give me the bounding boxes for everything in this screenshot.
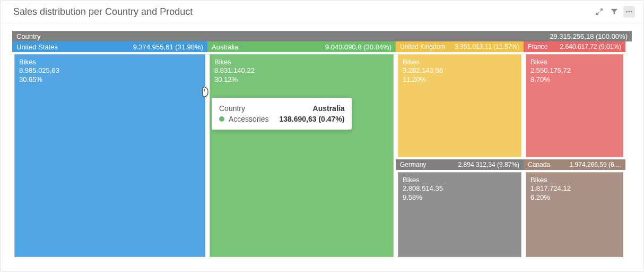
tooltip-product-label: Accessories — [229, 115, 268, 123]
svg-point-1 — [629, 11, 630, 13]
root-total: 29.315.256,18 (100.00%) — [550, 32, 628, 40]
country-group-uk[interactable]: United Kingdom 3.391.013,11 (11.57%) Bik… — [396, 41, 524, 159]
filter-button[interactable] — [608, 6, 620, 18]
svg-point-0 — [626, 11, 628, 13]
expand-icon — [596, 8, 603, 15]
tooltip: Country Australia Accessories 138.690,63… — [212, 98, 352, 130]
country-body-au: Bikes 8.831.140,22 30.12% — [207, 52, 396, 259]
country-header-uk[interactable]: United Kingdom 3.391.013,11 (11.57%) — [396, 41, 524, 52]
product-pct: 8.70% — [530, 75, 619, 84]
country-group-us[interactable]: United States 9.374.955,61 (31.98%) Bike… — [12, 41, 207, 259]
product-name: Bikes — [19, 58, 201, 66]
product-pct: 30.65% — [19, 75, 201, 84]
svg-point-2 — [631, 11, 632, 13]
country-body-uk: Bikes 3.282.143,56 11.20% — [396, 52, 524, 159]
product-name: Bikes — [403, 58, 517, 66]
country-body-de: Bikes 2.808.514,35 9.58% — [396, 170, 524, 259]
chart-area[interactable]: Country 29.315.256,18 (100.00%) United S… — [1, 23, 643, 271]
product-cell-us-bikes[interactable]: Bikes 8.985.025,63 30.65% — [14, 54, 205, 257]
product-name: Bikes — [214, 58, 389, 66]
country-group-ca[interactable]: Canada 1.974.266,59 (6.... Bikes 1.817.7… — [524, 159, 625, 259]
country-name: France — [528, 43, 547, 50]
more-button[interactable] — [623, 6, 635, 18]
tooltip-row-dimension: Country Australia — [219, 103, 344, 114]
country-value: 1.974.266,59 (6.... — [570, 161, 621, 168]
country-body-ca: Bikes 1.817.724,12 6.20% — [524, 170, 625, 259]
country-group-fr[interactable]: France 2.640.617,72 (9.01%) Bikes 2.550.… — [524, 41, 625, 159]
country-header-fr[interactable]: France 2.640.617,72 (9.01%) — [524, 41, 625, 52]
chart-card: Sales distribution per Country and Produ… — [0, 0, 644, 272]
country-group-au[interactable]: Australia 9.040.090,8 (30.84%) Bikes 8.8… — [207, 41, 396, 259]
country-name: Australia — [212, 43, 239, 51]
product-cell-de-bikes[interactable]: Bikes 2.808.514,35 9.58% — [398, 172, 521, 257]
country-value: 3.391.013,11 (11.57%) — [455, 43, 519, 50]
tooltip-row-measure: Accessories 138.690,63 (0.47%) — [219, 114, 344, 124]
country-value: 2.894.312,34 (9.87%) — [458, 161, 519, 168]
tooltip-product-value: 138.690,63 (0.47%) — [279, 115, 344, 123]
country-header-ca[interactable]: Canada 1.974.266,59 (6.... — [524, 159, 625, 170]
product-value: 8.831.140,22 — [214, 66, 389, 75]
product-pct: 11.20% — [403, 75, 517, 84]
country-body-fr: Bikes 2.550.175,72 8.70% — [524, 52, 625, 159]
product-pct: 30.12% — [214, 75, 389, 84]
product-cell-au-bikes[interactable]: Bikes 8.831.140,22 30.12% — [210, 54, 394, 257]
product-name: Bikes — [403, 176, 517, 184]
product-cell-ca-bikes[interactable]: Bikes 1.817.724,12 6.20% — [526, 172, 623, 257]
product-value: 1.817.724,12 — [530, 184, 619, 193]
more-icon — [625, 8, 633, 15]
tooltip-color-dot — [219, 116, 224, 122]
product-name: Bikes — [530, 58, 619, 66]
product-value: 2.550.175,72 — [530, 66, 619, 75]
country-name: Germany — [400, 161, 426, 168]
country-name: Canada — [528, 161, 550, 168]
product-value: 8.985.025,63 — [19, 66, 201, 75]
product-value: 3.282.143,56 — [403, 66, 517, 75]
country-header-de[interactable]: Germany 2.894.312,34 (9.87%) — [396, 159, 524, 170]
country-value: 2.640.617,72 (9.01%) — [560, 43, 621, 50]
product-pct: 9.58% — [403, 193, 517, 202]
card-actions — [594, 6, 635, 18]
country-value: 9.040.090,8 (30.84%) — [325, 43, 391, 51]
treemap: Country 29.315.256,18 (100.00%) United S… — [12, 31, 632, 260]
expand-button[interactable] — [594, 6, 605, 18]
product-cell-fr-bikes[interactable]: Bikes 2.550.175,72 8.70% — [526, 54, 623, 157]
country-value: 9.374.955,61 (31.98%) — [133, 43, 203, 51]
treemap-root-header[interactable]: Country 29.315.256,18 (100.00%) — [12, 31, 632, 41]
card-title: Sales distribution per Country and Produ… — [13, 6, 193, 18]
country-name: United Kingdom — [400, 43, 445, 50]
country-header-au[interactable]: Australia 9.040.090,8 (30.84%) — [207, 41, 396, 52]
country-header-us[interactable]: United States 9.374.955,61 (31.98%) — [12, 41, 207, 52]
tooltip-dim-label: Country — [219, 104, 245, 113]
country-group-de[interactable]: Germany 2.894.312,34 (9.87%) Bikes 2.808… — [396, 159, 524, 259]
product-value: 2.808.514,35 — [403, 184, 517, 193]
card-header: Sales distribution per Country and Produ… — [1, 1, 643, 23]
tooltip-dim-value: Australia — [313, 104, 345, 113]
country-body-us: Bikes 8.985.025,63 30.65% — [12, 52, 207, 259]
product-cell-uk-bikes[interactable]: Bikes 3.282.143,56 11.20% — [398, 54, 521, 157]
product-name: Bikes — [530, 176, 619, 184]
country-name: United States — [16, 43, 58, 51]
product-pct: 6.20% — [530, 193, 619, 202]
filter-icon — [611, 8, 618, 15]
root-label: Country — [16, 32, 41, 40]
